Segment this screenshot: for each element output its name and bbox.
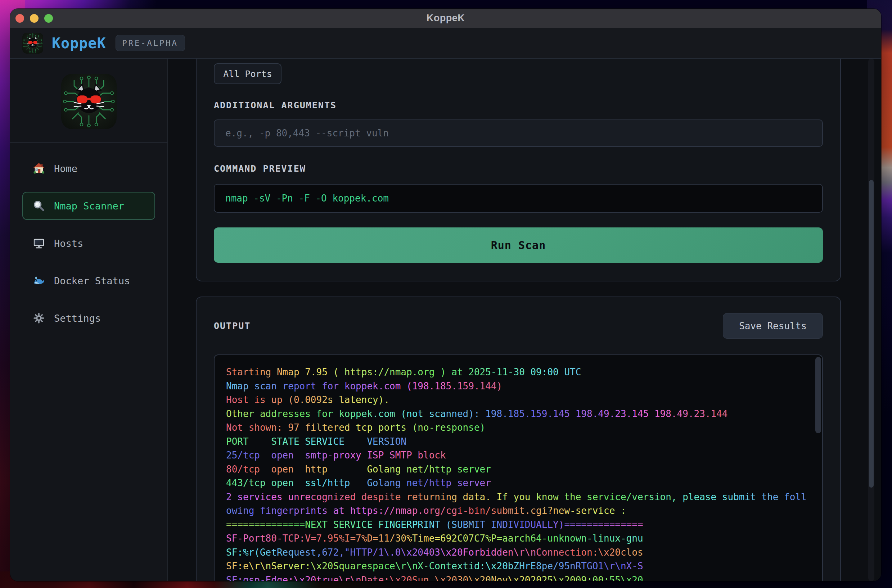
terminal-line: SF:gsp-Edge:\x20true\r\nDate:\x20Sun,\x2… <box>226 573 811 582</box>
scan-form-card: All Ports ADDITIONAL ARGUMENTS COMMAND P… <box>196 58 841 281</box>
all-ports-button[interactable]: All Ports <box>214 63 281 84</box>
sidebar-item-label: Home <box>54 163 77 174</box>
terminal-line: 80/tcp open http Golang net/http server <box>226 462 811 477</box>
window-body: Home Nmap Scanner <box>10 58 881 581</box>
app-window: KoppeK KoppeK PRE-ALPHA <box>10 9 881 581</box>
sidebar-item-label: Settings <box>54 313 101 324</box>
terminal-line: PORT STATE SERVICE VERSION <box>226 435 811 449</box>
traffic-lights <box>15 14 53 22</box>
gear-icon <box>32 312 45 325</box>
minimize-button[interactable] <box>30 14 39 22</box>
sidebar-logo-image <box>61 74 117 129</box>
sidebar-item-settings[interactable]: Settings <box>22 304 155 332</box>
output-label: OUTPUT <box>214 320 251 332</box>
close-button[interactable] <box>15 14 24 22</box>
sidebar-item-label: Nmap Scanner <box>54 201 124 212</box>
terminal-line: SF-Port80-TCP:V=7.95%I=7%D=11/30%Time=69… <box>226 531 811 546</box>
sidebar-nav: Home Nmap Scanner <box>10 143 167 332</box>
main-content: All Ports ADDITIONAL ARGUMENTS COMMAND P… <box>168 58 881 581</box>
sidebar-item-docker-status[interactable]: Docker Status <box>22 267 155 295</box>
page-scrollbar-thumb[interactable] <box>869 180 874 488</box>
terminal-scrollbar-thumb[interactable] <box>815 357 821 433</box>
command-preview-box: nmap -sV -Pn -F -O koppek.com <box>214 184 823 213</box>
terminal-line: 443/tcp open ssl/http Golang net/http se… <box>226 476 811 490</box>
additional-arguments-input[interactable] <box>214 120 823 147</box>
sidebar: Home Nmap Scanner <box>10 58 168 581</box>
app-logo-icon <box>22 33 43 54</box>
sidebar-item-label: Docker Status <box>54 275 130 286</box>
sidebar-item-label: Hosts <box>54 238 83 249</box>
terminal-line: 25/tcp open smtp-proxy ISP SMTP block <box>226 448 811 462</box>
app-header: KoppeK PRE-ALPHA <box>10 28 881 58</box>
search-icon <box>32 200 45 212</box>
sidebar-item-nmap-scanner[interactable]: Nmap Scanner <box>22 192 155 220</box>
terminal-line: 2 services unrecognized despite returnin… <box>226 490 811 518</box>
additional-arguments-label: ADDITIONAL ARGUMENTS <box>214 100 823 111</box>
command-preview-label: COMMAND PREVIEW <box>214 163 823 174</box>
sidebar-item-home[interactable]: Home <box>22 154 155 183</box>
terminal-line: SF:e\r\nServer:\x20Squarespace\r\nX-Cont… <box>226 559 811 573</box>
command-preview-text: nmap -sV -Pn -F -O koppek.com <box>225 193 389 204</box>
terminal-line: Nmap scan report for koppek.com (198.185… <box>226 379 811 393</box>
terminal-line: Host is up (0.0092s latency). <box>226 393 811 407</box>
terminal-line: ==============NEXT SERVICE FINGERPRINT (… <box>226 518 811 532</box>
titlebar: KoppeK <box>10 9 881 28</box>
terminal-line: Starting Nmap 7.95 ( https://nmap.org ) … <box>226 365 811 379</box>
output-card: OUTPUT Save Results Starting Nmap 7.95 (… <box>196 297 841 581</box>
pre-alpha-badge: PRE-ALPHA <box>116 35 185 51</box>
terminal-line: SF:%r(GetRequest,672,"HTTP/1\.0\x20403\x… <box>226 546 811 560</box>
house-icon <box>32 162 45 175</box>
terminal-output: Starting Nmap 7.95 ( https://nmap.org ) … <box>226 365 811 581</box>
window-title: KoppeK <box>426 13 465 24</box>
monitor-icon <box>32 237 45 250</box>
terminal-panel[interactable]: Starting Nmap 7.95 ( https://nmap.org ) … <box>214 354 823 581</box>
terminal-line: Not shown: 97 filtered tcp ports (no-res… <box>226 421 811 435</box>
output-header: OUTPUT Save Results <box>214 313 823 339</box>
save-results-button[interactable]: Save Results <box>723 313 823 339</box>
zoom-button[interactable] <box>44 14 53 22</box>
scan-page: All Ports ADDITIONAL ARGUMENTS COMMAND P… <box>196 58 841 581</box>
sidebar-item-hosts[interactable]: Hosts <box>22 229 155 257</box>
brand-name: KoppeK <box>52 35 106 51</box>
terminal-line: Other addresses for koppek.com (not scan… <box>226 407 811 421</box>
whale-icon <box>32 274 45 287</box>
run-scan-button[interactable]: Run Scan <box>214 227 823 263</box>
